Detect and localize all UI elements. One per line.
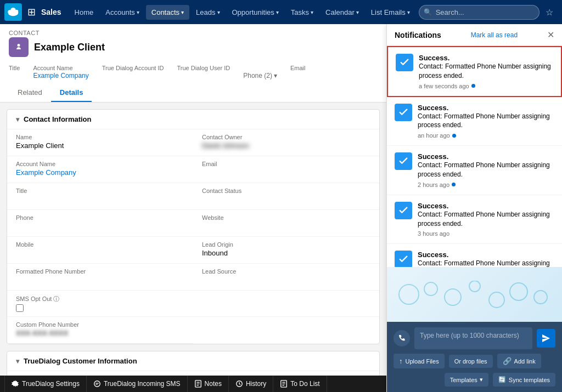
- field-empty: [193, 291, 379, 317]
- bottom-notes[interactable]: Notes: [188, 376, 229, 392]
- record-field-title: Title: [9, 65, 20, 79]
- notif-time: 3 hours ago: [418, 230, 554, 237]
- chevron-down-icon: ▾: [311, 9, 313, 15]
- search-input[interactable]: [419, 5, 539, 20]
- record-icon: [9, 37, 29, 57]
- field-contact-status: Contact Status ✏: [193, 183, 379, 210]
- nav-accounts[interactable]: Accounts ▾: [100, 5, 144, 20]
- tab-related[interactable]: Related: [9, 84, 51, 102]
- nav-home[interactable]: Home: [69, 5, 99, 20]
- sync-templates-button[interactable]: 🔄 Sync templates: [493, 373, 555, 387]
- drop-files-button[interactable]: Or drop files: [449, 355, 493, 368]
- svg-point-15: [534, 291, 547, 304]
- bottom-todo[interactable]: To Do List: [273, 376, 327, 392]
- chevron-down-icon: ▾: [181, 9, 184, 15]
- bottom-truedialog-settings[interactable]: TrueDialog Settings: [4, 376, 87, 392]
- contact-info-header[interactable]: ▾ Contact Information: [7, 110, 379, 129]
- notes-icon: [194, 380, 202, 388]
- notif-time: an hour ago: [418, 132, 554, 139]
- svg-point-9: [399, 285, 419, 304]
- add-link-button[interactable]: 🔗 Add link: [497, 354, 541, 368]
- section-title: Contact Information: [24, 115, 92, 123]
- unread-dot: [452, 183, 456, 186]
- chevron-down-icon: ▾: [356, 9, 359, 15]
- truedialog-section-header[interactable]: ▾ TrueDialog Customer Information: [7, 351, 379, 371]
- todo-label: To Do List: [290, 380, 319, 388]
- search-box: 🔍: [419, 5, 539, 20]
- chevron-down-icon: ▾: [217, 9, 220, 15]
- account-name-link[interactable]: Example Company: [33, 72, 88, 79]
- chat-input-row: [394, 327, 555, 349]
- field-sms-opt-out: SMS Opt Out ⓘ ✏: [7, 291, 193, 317]
- upload-icon: ↑: [399, 357, 403, 365]
- star-button[interactable]: ☆: [543, 5, 556, 20]
- contact-info-section: ▾ Contact Information Name Example Clien…: [7, 109, 380, 344]
- chevron-down-icon: ▾: [274, 72, 277, 79]
- field-mobile: Mobile ✏: [7, 237, 193, 264]
- notification-body: Success. Contact: Formatted Phone Number…: [418, 251, 554, 267]
- history-icon: [235, 380, 243, 388]
- plus-button[interactable]: ＋: [558, 4, 562, 20]
- notes-label: Notes: [205, 380, 222, 388]
- notif-panel-title: Notifications: [395, 31, 441, 39]
- truedialog-fields: True Dialog Username ✏ TD User Permissio…: [7, 371, 379, 376]
- chevron-down-icon: ▾: [16, 357, 19, 365]
- nav-calendar[interactable]: Calendar ▾: [320, 5, 364, 20]
- content-area: Contact Example Client Title Account Nam…: [0, 24, 562, 392]
- sms-opt-out-checkbox[interactable]: [16, 304, 24, 312]
- notification-icon: [396, 54, 413, 71]
- notif-header: Notifications Mark all as read ✕: [387, 24, 562, 46]
- account-link[interactable]: Example Company: [16, 168, 184, 178]
- chevron-down-icon: ▾: [137, 9, 139, 15]
- notification-icon: [395, 104, 412, 121]
- decoration-area: [387, 267, 562, 322]
- chat-message-input[interactable]: [414, 327, 532, 349]
- notification-item-3[interactable]: Success. Contact: Formatted Phone Number…: [387, 146, 562, 195]
- notification-item-2[interactable]: Success. Contact: Formatted Phone Number…: [387, 97, 562, 146]
- field-formatted-phone: Formatted Phone Number ✏: [7, 264, 193, 291]
- templates-button[interactable]: Templates ▾: [445, 373, 488, 387]
- nav-leads[interactable]: Leads ▾: [190, 5, 225, 20]
- svg-point-13: [489, 292, 504, 308]
- notification-item-1[interactable]: Success. Contact: Formatted Phone Number…: [387, 46, 562, 97]
- mark-all-read-button[interactable]: Mark all as read: [471, 31, 518, 39]
- settings-icon: [12, 380, 19, 388]
- nav-list-emails[interactable]: List Emails ▾: [366, 5, 415, 20]
- notification-item-5[interactable]: Success. Contact: Formatted Phone Number…: [387, 244, 562, 267]
- app-name: Sales: [41, 8, 61, 16]
- field-lead-source: Lead Source ✏: [193, 264, 379, 291]
- field-phone: Phone ✏: [7, 210, 193, 237]
- tab-details[interactable]: Details: [51, 84, 92, 102]
- record-field-email: Email: [290, 65, 306, 79]
- truedialog-section: ▾ TrueDialog Customer Information True D…: [7, 351, 380, 376]
- nav-contacts[interactable]: Contacts ▾: [146, 5, 189, 20]
- svg-point-11: [445, 289, 461, 305]
- notif-success-label: Success.: [418, 104, 554, 112]
- phone-dropdown[interactable]: Phone (2) ▾: [243, 72, 277, 79]
- unread-dot: [471, 84, 475, 88]
- field-custom-phone: Custom Phone Number XXX-XXX-XXXX ✏: [7, 317, 193, 344]
- settings-label: TrueDialog Settings: [22, 380, 80, 388]
- field-name: Name Example Client ✏: [7, 129, 193, 156]
- notification-icon: [395, 251, 412, 267]
- field-email: Email ✏: [193, 156, 379, 183]
- nav-opportunities[interactable]: Opportunities ▾: [227, 5, 284, 20]
- upload-files-button[interactable]: ↑ Upload Files: [394, 354, 445, 368]
- close-notifications-button[interactable]: ✕: [547, 30, 554, 40]
- chevron-down-icon: ▾: [16, 116, 19, 123]
- grid-icon[interactable]: ⊞: [27, 6, 36, 18]
- bottom-history[interactable]: History: [229, 376, 273, 392]
- svg-point-10: [424, 282, 437, 296]
- notif-message: Contact: Formatted Phone Number assignin…: [418, 112, 554, 130]
- send-message-button[interactable]: [537, 329, 555, 348]
- notification-item-4[interactable]: Success. Contact: Formatted Phone Number…: [387, 195, 562, 245]
- field-contact-owner: Contact Owner David Johnson ✏: [193, 129, 379, 156]
- record-type-label: Contact: [9, 30, 378, 36]
- bottom-incoming-sms[interactable]: TrueDialog Incoming SMS: [87, 376, 188, 392]
- record-field-td-account: True Dialog Account ID: [102, 65, 164, 79]
- notif-success-label: Success.: [418, 251, 554, 259]
- record-name: Example Client: [34, 42, 105, 53]
- nav-tasks[interactable]: Tasks ▾: [285, 5, 319, 20]
- salesforce-logo[interactable]: [4, 3, 22, 21]
- record-tabs: Related Details: [9, 84, 378, 102]
